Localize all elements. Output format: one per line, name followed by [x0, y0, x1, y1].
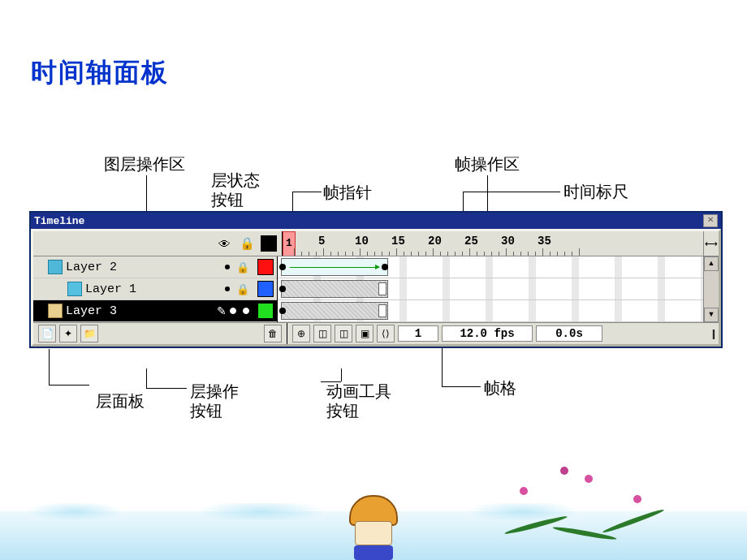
ruler-menu-icon[interactable]: ⟷	[703, 231, 719, 256]
ann-line	[146, 388, 187, 389]
frames-area[interactable]	[278, 256, 703, 322]
lock-icon[interactable]: 🔒	[236, 283, 249, 295]
frame-track[interactable]	[278, 256, 703, 278]
titlebar[interactable]: Timeline ✕	[31, 213, 721, 229]
blank-keyframe-icon[interactable]	[378, 304, 386, 317]
ann-time-ruler: 时间标尺	[563, 182, 628, 201]
time-display: 0.0s	[536, 325, 602, 342]
ann-line	[341, 368, 342, 381]
lock-icon[interactable]: 🔒	[238, 235, 256, 252]
close-icon[interactable]: ✕	[703, 214, 718, 227]
pencil-icon: ✎	[217, 304, 227, 317]
ann-line	[463, 192, 560, 192]
scroll-down-icon[interactable]: ▼	[704, 308, 719, 322]
ruler[interactable]: 1 5101520253035	[283, 231, 703, 256]
add-layer-icon[interactable]: 📄	[38, 325, 56, 342]
ann-line	[49, 385, 89, 386]
add-guide-icon[interactable]: ✦	[59, 325, 77, 342]
layers-list: Layer 2🔒Layer 1🔒Layer 3✎	[33, 256, 278, 322]
frame-span[interactable]	[281, 302, 388, 320]
sprite-character	[349, 495, 398, 552]
timeline-panel: Timeline ✕ 👁 🔒 1 5101520253035 ⟷ Layer 2…	[29, 211, 723, 348]
ruler-mark: 15	[391, 235, 405, 256]
keyframe-icon[interactable]	[279, 286, 286, 292]
blank-keyframe-icon[interactable]	[378, 282, 386, 295]
current-frame-display: 1	[398, 325, 438, 342]
page-title: 时间轴面板	[31, 55, 169, 91]
ann-line	[292, 192, 322, 192]
ruler-mark: 30	[501, 235, 515, 256]
ann-line	[442, 386, 481, 387]
layer-row[interactable]: Layer 3✎	[33, 300, 277, 322]
onion-outline-icon[interactable]: ◫	[335, 325, 352, 342]
keyframe-icon[interactable]	[382, 264, 388, 270]
ann-line	[321, 381, 341, 382]
eye-icon[interactable]: 👁	[215, 235, 233, 252]
ann-line	[487, 175, 488, 211]
keyframe-icon[interactable]	[279, 308, 286, 314]
layer-name: Layer 1	[85, 282, 222, 296]
ann-line	[146, 175, 147, 211]
layer-color-swatch[interactable]	[257, 281, 274, 297]
visibility-dot[interactable]	[230, 308, 236, 314]
ruler-mark: 5	[318, 235, 325, 256]
visibility-dot[interactable]	[225, 265, 230, 269]
fps-display: 12.0 fps	[442, 325, 533, 342]
lock-icon[interactable]: 🔒	[236, 261, 249, 274]
ruler-mark: 25	[464, 235, 478, 256]
tween-span[interactable]	[281, 258, 388, 276]
delete-layer-icon[interactable]: 🗑	[264, 325, 282, 342]
layer-row[interactable]: Layer 2🔒	[33, 256, 277, 278]
ann-frame-area: 帧操作区	[455, 154, 520, 174]
frame-tools: ⊕ ◫ ◫ ▣ ⟨⟩ 1 12.0 fps 0.0s ||	[287, 323, 719, 344]
scroll-up-icon[interactable]: ▲	[704, 256, 719, 271]
keyframe-icon[interactable]	[279, 264, 286, 270]
frame-span[interactable]	[281, 280, 388, 298]
outline-toggle-icon[interactable]	[261, 235, 277, 252]
scroll-grip-icon[interactable]: ||	[712, 328, 714, 339]
decorative-footer	[0, 479, 747, 560]
ann-playhead: 帧指针	[323, 183, 372, 202]
ruler-mark: 20	[428, 235, 442, 256]
ann-anim-tool-btns: 动画工具 按钮	[326, 381, 391, 420]
ruler-mark: 10	[355, 235, 369, 256]
scrollbar-vertical[interactable]: ▲ ▼	[703, 256, 719, 322]
onion-marker-icon[interactable]: ⟨⟩	[377, 325, 395, 342]
ann-line	[146, 368, 147, 388]
flowers-decoration	[487, 454, 698, 552]
layer-type-icon	[48, 260, 63, 274]
ann-layer-panel: 层面板	[96, 391, 145, 411]
edit-multi-icon[interactable]: ▣	[356, 325, 374, 342]
ruler-mark: 35	[538, 235, 551, 256]
layer-header-controls: 👁 🔒	[33, 231, 283, 256]
ann-layer-ops-btns: 层操作 按钮	[190, 381, 239, 420]
window-title: Timeline	[34, 215, 703, 227]
layer-type-icon	[67, 282, 82, 296]
ann-line	[49, 349, 50, 385]
frame-track[interactable]	[278, 300, 703, 322]
layer-type-icon	[48, 304, 63, 318]
onion-skin-icon[interactable]: ◫	[313, 325, 331, 342]
frame-track[interactable]	[278, 278, 703, 300]
layer-color-swatch[interactable]	[257, 303, 274, 319]
add-folder-icon[interactable]: 📁	[80, 325, 98, 342]
lock-dot[interactable]	[243, 308, 249, 314]
layer-color-swatch[interactable]	[257, 259, 274, 275]
layer-name: Layer 3	[66, 304, 214, 318]
layer-row[interactable]: Layer 1🔒	[33, 278, 277, 300]
ann-layer-state-btns: 层状态 按钮	[211, 170, 260, 209]
ann-frame-cell: 帧格	[484, 378, 516, 398]
layer-name: Layer 2	[66, 261, 222, 274]
layer-tools: 📄 ✦ 📁 🗑	[33, 323, 287, 344]
center-frame-icon[interactable]: ⊕	[292, 325, 310, 342]
visibility-dot[interactable]	[225, 286, 230, 291]
ann-layer-ops-area: 图层操作区	[104, 154, 185, 174]
